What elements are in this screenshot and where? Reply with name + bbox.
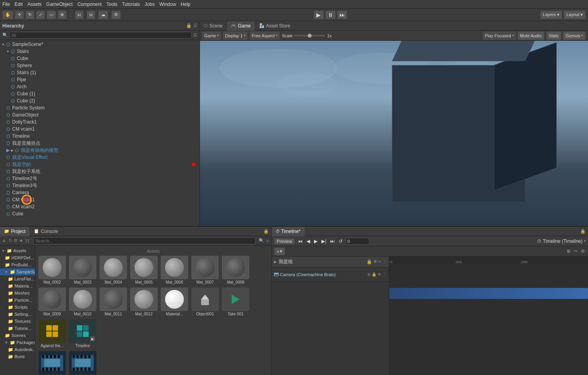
timeline-ruler[interactable]: 0 300 600 [389,257,588,375]
proj-folder-tutorials[interactable]: 📁 Tutoria... [0,325,35,332]
hierarchy-item-cube-bottom[interactable]: ⬡ Cube [0,210,200,217]
asset-material[interactable]: Material... [161,288,188,316]
project-toolbar-icon4[interactable]: 31 [25,238,29,243]
asset-mat0003[interactable]: Mat_0003 [69,256,96,284]
hierarchy-item-cube3[interactable]: ⬡ Cube (2) [0,97,200,104]
tab-game[interactable]: 🎮 Game [227,21,255,31]
asset-filmstrip1[interactable] [38,351,66,375]
proj-folder-scripts[interactable]: 📁 Scripts [0,304,35,311]
proj-folder-probuilder[interactable]: 📁 ProBuild... [0,261,35,268]
hierarchy-item-dollytrack[interactable]: ⬡ DollyTrack1 [0,118,200,126]
loop-button[interactable]: ↺ [338,238,343,244]
hierarchy-item-cube2[interactable]: ⬡ Cube (1) [0,90,200,97]
hierarchy-item-gameobject[interactable]: ⬡ GameObject [0,111,200,118]
tl-curve-btn[interactable]: 〜 [573,248,579,254]
layout-btn[interactable]: Layout ▾ [564,11,586,19]
tab-console[interactable]: 📋 Console [30,227,62,236]
project-filter-icon[interactable]: ≡ [267,238,269,243]
hierarchy-item-stairs[interactable]: ▼ ⬡ Stairs [0,48,200,55]
camera-clip[interactable] [389,288,588,299]
tab-timeline[interactable]: ⏱ Timeline* [272,227,305,236]
next-frame-button[interactable]: ▶| [321,238,327,244]
hierarchy-item-timeline[interactable]: ⬡ Timeline [0,133,200,140]
hierarchy-item-cmvcam1a[interactable]: ⬡ CM vcam1 [0,126,200,133]
layers-btn[interactable]: Layers ▾ [540,11,562,19]
hierarchy-item-timeline2[interactable]: ⬡ Timeline2号 [0,175,200,182]
hierarchy-item-timeline3[interactable]: ⬡ Timeline3号 [0,182,200,189]
hierarchy-scene-root[interactable]: ▼ ⬡ SampleScene* [0,41,200,48]
asset-mat0008[interactable]: Mat_0008 [222,256,249,284]
menu-jobs[interactable]: Jobs [145,2,154,7]
proj-folder-burst[interactable]: 📁 Burst [0,353,35,360]
proj-folder-assets[interactable]: ▼ 📁 Assets [0,247,35,254]
project-toolbar-icon3[interactable]: ★ [19,238,23,243]
proj-folder-packages[interactable]: ▼ 📁 Packages [0,339,35,346]
game-display-num-dropdown[interactable]: Display 1 ▾ [223,32,247,40]
toolbar-hand-btn[interactable]: ✋ [2,11,13,19]
hierarchy-item-particle2[interactable]: ⬡ 我是粒子系统 [0,168,200,175]
track-lock-icon[interactable]: 🔒 [367,259,372,264]
tl-clip-mode-btn[interactable]: ⊞ [566,249,571,254]
tab-scene[interactable]: ⬡ Scene [200,21,227,31]
track-bind-icon[interactable]: ⊕ [367,272,370,277]
toolbar-pivot-btn[interactable]: H [75,11,83,19]
step-button[interactable]: ⏭ [337,11,347,19]
asset-take001[interactable]: Take 001 [222,288,249,316]
menu-edit[interactable]: Edit [15,2,23,7]
proj-folder-hdrp[interactable]: 📁 HDRPDef... [0,254,35,261]
project-toolbar-icon1[interactable]: ↻ [9,238,12,243]
toolbar-move-btn[interactable]: ✛ [15,11,24,19]
toolbar-rotate-btn[interactable]: ↻ [25,11,34,19]
pause-button[interactable]: ⏸ [325,11,336,19]
hierarchy-item-stairs1[interactable]: ⬡ Stairs (1) [0,69,200,76]
hierarchy-item-arch[interactable]: ⬡ Arch [0,83,200,90]
hierarchy-item-vfx[interactable]: ⬡ 我是Visual Effect [0,154,200,161]
track-eye-icon[interactable]: 👁 [373,259,377,264]
timeline-lock-icon[interactable]: 🔒 [580,229,586,234]
asset-object001[interactable]: Object001 [191,288,219,316]
skip-to-end-button[interactable]: ⏭ [329,238,336,244]
asset-filmstrip2[interactable] [69,351,96,375]
proj-folder-particles[interactable]: 📁 Particle... [0,297,35,304]
asset-mat0006[interactable]: Mat_0006 [161,256,188,284]
tab-asset-store[interactable]: 🏪 Asset Store [255,21,295,31]
hierarchy-item-audio[interactable]: ⬡ 我是音频挂点 [0,140,200,147]
project-toolbar-icon2[interactable]: ⚙ [14,238,18,243]
toolbar-rect-btn[interactable]: ▭ [47,11,56,19]
track-eye-icon[interactable]: 👁 [377,272,381,277]
menu-window[interactable]: Window [159,2,176,7]
hierarchy-item-particlesys[interactable]: ⬡ Particle System [0,104,200,111]
track-add-icon[interactable]: + [379,259,381,264]
preview-button[interactable]: Preview [274,238,295,244]
hierarchy-menu-icon[interactable]: ☰ [193,23,197,28]
play-focused-dropdown[interactable]: Play Focused ▾ [483,32,516,40]
toolbar-h-btn[interactable]: H [87,11,95,19]
hierarchy-item-cmvcam2[interactable]: ⬡ CM vcam2 [0,203,200,210]
track-menu-icon[interactable]: ⋮ [383,272,387,277]
proj-folder-lensflare[interactable]: 📁 LensFlai... [0,275,35,282]
prev-frame-button[interactable]: ◀ [306,238,311,244]
menu-component[interactable]: Component [77,2,102,7]
asset-mat0010[interactable]: Mat_0010 [69,288,96,316]
toolbar-collab-btn[interactable]: ⚙ [111,11,121,19]
tab-project[interactable]: 📁 Project [0,227,30,236]
play-button[interactable]: ▶ [314,11,324,19]
track-menu-icon[interactable]: ⋮ [382,259,387,264]
hierarchy-item-cmvcam1-highlighted[interactable]: ⬡ CM vcam1 [0,196,200,203]
game-display-dropdown[interactable]: Game ▾ [202,32,221,40]
asset-mat0011[interactable]: Mat_0011 [100,288,127,316]
hierarchy-item-sphere[interactable]: ⬡ Sphere [0,62,200,69]
proj-folder-scenes[interactable]: 📁 Scenes [0,332,35,339]
hierarchy-item-empty[interactable]: ⬡ 我是空的 [0,161,200,168]
menu-tutorials[interactable]: Tutorials [122,2,140,7]
timeline-time-input[interactable] [346,238,369,245]
scale-slider-track[interactable] [294,35,325,36]
proj-folder-meshes[interactable]: 📁 Meshes [0,289,35,297]
proj-folder-samplesc[interactable]: ▼ 📁 SampleSc... [0,268,35,275]
tl-play-button[interactable]: ▶ [313,238,318,244]
asset-mat0005[interactable]: Mat_0005 [130,256,158,284]
asset-timeline[interactable]: ▶ Timeline [69,319,96,348]
project-search-input[interactable] [33,237,255,244]
proj-folder-settings[interactable]: 📁 Setting... [0,311,35,318]
tl-settings-btn[interactable]: ⚙ [580,249,586,254]
